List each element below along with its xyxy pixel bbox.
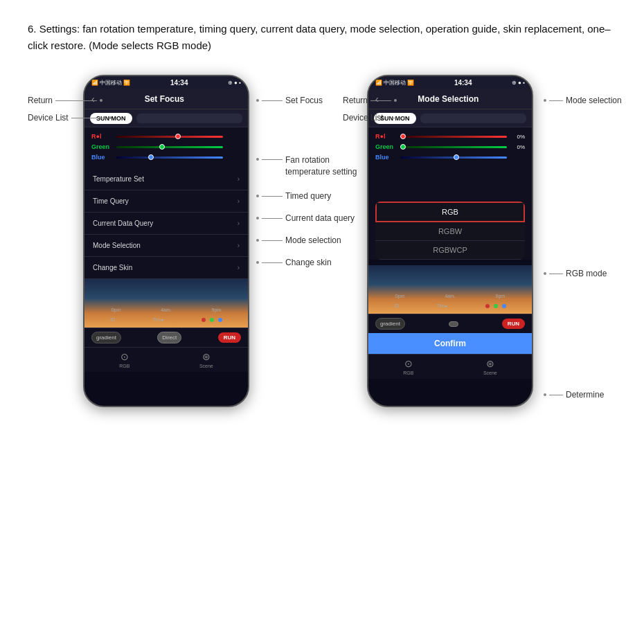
menu-item-current[interactable]: Current Data Query ›	[84, 213, 248, 235]
right-chart-time: Tim●	[437, 303, 448, 308]
left-btn-gradient[interactable]: gradient	[91, 332, 121, 343]
ann-rgbmode-line	[549, 274, 563, 274]
mode-option-rgbw[interactable]: RGBW	[375, 222, 525, 241]
mode-option-rgbwcp[interactable]: RGBWCP	[375, 241, 525, 260]
left-bottom-bar: gradient Direct RUN	[84, 328, 248, 347]
right-label-blue: Blue	[375, 154, 396, 161]
left-icons: ⊕ ● ▪	[228, 80, 241, 86]
diagram-wrapper: 📶 中国移动 🛜 14:34 ⊕ ● ▪ ‹ Set Focus SUN MON	[28, 75, 616, 463]
right-chart-label-0: 0pm	[395, 294, 405, 298]
ann-changeskin-text: Change skin	[285, 258, 332, 267]
ann-changeskin-dot	[256, 261, 259, 264]
left-label-green: Green	[91, 143, 112, 150]
menu-item-time[interactable]: Time Query ›	[84, 190, 248, 213]
left-chart-row: ID Tim●	[84, 317, 248, 322]
menu-text-time: Time Query	[93, 197, 129, 205]
right-thumb-red[interactable]	[400, 134, 406, 139]
ann-return-left-dot	[100, 99, 102, 102]
right-track-red[interactable]	[400, 136, 507, 138]
left-btn-run[interactable]: RUN	[218, 332, 241, 343]
right-thumb-blue[interactable]	[454, 154, 459, 160]
right-tab-table[interactable]	[420, 114, 527, 123]
left-nav-rgb[interactable]: ⊙ RGB	[119, 351, 129, 368]
left-rgb-icon: ⊙	[120, 351, 129, 362]
right-confirm-btn[interactable]: Confirm	[368, 333, 532, 354]
left-nav-bar: ‹ Set Focus	[84, 89, 248, 109]
description-text: 6. Settings: fan rotation temperature, t…	[28, 21, 616, 54]
ann-rgbmode-dot	[544, 272, 546, 275]
right-btn-gradient[interactable]: gradient	[375, 318, 405, 330]
ann-devlist-right: Device List	[343, 113, 406, 123]
left-slider-red: R●l	[91, 133, 241, 140]
ann-setfocus-text: Set Focus	[285, 96, 323, 105]
left-label-blue: Blue	[91, 154, 112, 161]
left-slider-green: Green	[91, 143, 241, 150]
left-thumb-green[interactable]	[159, 144, 165, 150]
ann-timedquery: Timed query	[256, 191, 331, 201]
ann-modesel-right-dot	[544, 99, 546, 102]
left-time: 14:34	[170, 79, 188, 87]
right-nav-rgb[interactable]: ⊙ RGB	[403, 358, 413, 375]
right-slider-red: R●l 0%	[375, 133, 525, 140]
left-status-bar: 📶 中国移动 🛜 14:34 ⊕ ● ▪	[84, 76, 248, 89]
right-nav-scene[interactable]: ⊛ Scene	[483, 358, 497, 375]
left-scene-icon: ⊛	[202, 351, 211, 362]
ann-devlist-left: Device List	[28, 113, 111, 123]
left-slider-blue: Blue	[91, 154, 241, 161]
ann-modesel-right: Mode selection	[544, 96, 622, 105]
ann-devlist-right-line	[386, 118, 400, 118]
right-status-bar: 📶 中国移动 🛜 14:34 ⊕ ● ▪	[368, 76, 532, 89]
left-sliders-area: R●l Green Blue	[84, 127, 248, 168]
left-chart-label-4: 4am.	[161, 307, 172, 312]
left-chart-id: ID	[110, 317, 115, 322]
right-chart-id: ID	[394, 303, 399, 308]
mode-option-rgb[interactable]: RGB	[375, 202, 525, 222]
left-track-red[interactable]	[116, 136, 223, 138]
mode-rgbw-text: RGBW	[438, 227, 462, 235]
right-track-blue[interactable]	[400, 156, 507, 159]
left-phone-frame: 📶 中国移动 🛜 14:34 ⊕ ● ▪ ‹ Set Focus SUN MON	[83, 75, 249, 407]
left-chart-label-9: 9pm	[211, 307, 221, 312]
left-nav-title: Set Focus	[98, 94, 231, 104]
left-track-blue[interactable]	[116, 156, 223, 159]
right-dot-red	[485, 304, 490, 308]
ann-determine-text: Determine	[566, 390, 604, 400]
right-chart-row: ID Tim●	[368, 303, 532, 308]
menu-chevron-time: ›	[238, 197, 240, 205]
right-rgb-icon: ⊙	[404, 358, 413, 369]
right-btn-run[interactable]: RUN	[502, 319, 525, 329]
left-nav-scene[interactable]: ⊛ Scene	[199, 351, 213, 368]
page-wrapper: 6. Settings: fan rotation temperature, t…	[0, 0, 644, 644]
ann-return-left-line	[55, 100, 97, 101]
right-btn-direct[interactable]	[449, 321, 458, 327]
menu-item-mode[interactable]: Mode Selection ›	[84, 235, 248, 257]
ann-devlist-right-dot	[403, 116, 406, 119]
left-bottom-nav: ⊙ RGB ⊛ Scene	[84, 347, 248, 372]
ann-fanrotation-line	[262, 159, 283, 160]
right-dot-blue	[502, 304, 506, 308]
ann-changeskin-line	[262, 262, 283, 263]
right-scene-icon: ⊛	[486, 358, 494, 369]
right-time: 14:34	[454, 79, 472, 87]
right-thumb-green[interactable]	[400, 144, 406, 150]
left-thumb-red[interactable]	[175, 134, 181, 139]
ann-return-right: Return	[343, 96, 397, 105]
left-chart-label-0: 0pm	[111, 307, 121, 312]
right-bottom-nav: ⊙ RGB ⊛ Scene	[368, 354, 532, 379]
ann-currentdata-text: Current data query	[285, 213, 355, 223]
right-phone-container: 📶 中国移动 🛜 14:34 ⊕ ● ▪ ‹ Mode Selection SU…	[367, 75, 533, 407]
ann-changeskin: Change skin	[256, 258, 332, 267]
ann-determine-line	[549, 395, 563, 395]
left-thumb-blue[interactable]	[148, 154, 154, 160]
left-btn-direct[interactable]: Direct	[157, 332, 181, 343]
ann-devlist-left-text: Device List	[28, 113, 69, 123]
right-track-green[interactable]	[400, 146, 507, 148]
ann-return-left-text: Return	[28, 96, 53, 105]
menu-chevron-mode: ›	[238, 242, 240, 249]
right-chart-area: 0pm 4am. 9pm ID Tim●	[368, 265, 532, 314]
left-menu-list: Temperature Set › Time Query › Current D…	[84, 168, 248, 279]
left-tab-table[interactable]	[136, 114, 243, 123]
menu-item-temperature[interactable]: Temperature Set ›	[84, 168, 248, 190]
menu-item-skin[interactable]: Change Skin ›	[84, 257, 248, 279]
left-track-green[interactable]	[116, 146, 223, 148]
